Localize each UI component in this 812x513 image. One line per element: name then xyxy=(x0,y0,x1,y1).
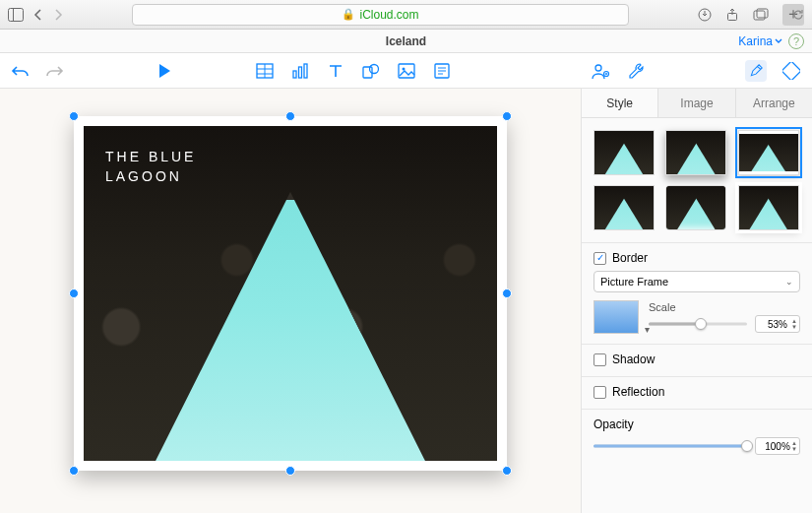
svg-rect-5 xyxy=(757,9,768,18)
style-preset[interactable] xyxy=(593,130,655,175)
border-section: Border Picture Frame ⌄ Scale xyxy=(582,242,812,344)
stepper-icon[interactable]: ▲▼ xyxy=(791,318,797,330)
scale-slider[interactable] xyxy=(649,317,747,331)
scale-value[interactable]: 53% ▲▼ xyxy=(755,315,800,333)
resize-handle[interactable] xyxy=(502,111,512,121)
app-toolbar xyxy=(0,53,812,89)
nav-forward-icon[interactable] xyxy=(53,9,63,21)
resize-handle[interactable] xyxy=(502,289,512,298)
reflection-checkbox[interactable] xyxy=(593,386,606,399)
browser-toolbar: 🔒 iCloud.com ＋ xyxy=(0,0,812,30)
resize-handle[interactable] xyxy=(285,111,295,121)
opacity-label: Opacity xyxy=(593,417,800,431)
url-text: iCloud.com xyxy=(359,8,418,22)
tab-image[interactable]: Image xyxy=(658,89,735,117)
resize-handle[interactable] xyxy=(69,289,79,298)
canvas[interactable]: THE BLUE LAGOON xyxy=(0,89,581,513)
text-button[interactable] xyxy=(325,60,346,82)
address-bar[interactable]: 🔒 iCloud.com xyxy=(132,4,629,26)
shadow-checkbox[interactable] xyxy=(593,353,606,366)
chevron-down-icon xyxy=(775,38,782,44)
scale-label: Scale xyxy=(649,301,800,313)
style-preset[interactable] xyxy=(738,130,799,175)
main-area: THE BLUE LAGOON Style Image Arrange xyxy=(0,89,812,513)
animate-button[interactable] xyxy=(781,60,802,82)
svg-rect-23 xyxy=(782,62,800,80)
svg-rect-11 xyxy=(299,67,302,78)
svg-rect-0 xyxy=(9,8,24,21)
tools-button[interactable] xyxy=(625,60,647,82)
stepper-icon[interactable]: ▲▼ xyxy=(791,440,797,452)
media-button[interactable] xyxy=(396,60,417,82)
frame-swatch[interactable] xyxy=(593,300,639,334)
undo-button[interactable] xyxy=(10,60,31,82)
border-type-select[interactable]: Picture Frame ⌄ xyxy=(593,271,800,292)
app-title-bar: Iceland Karina ? xyxy=(0,30,812,53)
image-caption: THE BLUE LAGOON xyxy=(105,148,196,186)
shape-button[interactable] xyxy=(360,60,382,82)
tab-style[interactable]: Style xyxy=(582,89,658,117)
tab-arrange[interactable]: Arrange xyxy=(736,89,812,117)
reflection-label: Reflection xyxy=(612,385,664,399)
style-preset[interactable] xyxy=(665,130,726,175)
reload-icon[interactable] xyxy=(792,9,804,21)
inspector-tabs: Style Image Arrange xyxy=(582,89,812,118)
svg-point-21 xyxy=(595,65,601,71)
nav-back-icon[interactable] xyxy=(33,9,43,21)
chart-button[interactable] xyxy=(289,60,311,82)
svg-rect-10 xyxy=(293,71,296,78)
shadow-label: Shadow xyxy=(612,353,655,366)
style-presets xyxy=(582,118,812,242)
svg-rect-15 xyxy=(399,64,414,78)
play-button[interactable] xyxy=(154,60,175,82)
svg-point-14 xyxy=(370,64,379,73)
svg-point-16 xyxy=(403,67,406,70)
format-button[interactable] xyxy=(745,60,767,82)
resize-handle[interactable] xyxy=(69,466,79,476)
sidebar-toggle-icon[interactable] xyxy=(8,8,24,22)
style-preset[interactable] xyxy=(665,185,726,230)
svg-rect-12 xyxy=(304,64,307,78)
svg-rect-4 xyxy=(754,11,765,20)
border-checkbox[interactable] xyxy=(593,252,606,265)
user-name: Karina xyxy=(738,34,773,48)
style-preset[interactable] xyxy=(738,185,799,230)
tabs-icon[interactable] xyxy=(753,8,769,22)
collaborate-button[interactable] xyxy=(590,60,611,82)
opacity-section: Opacity 100% ▲▼ xyxy=(582,409,812,465)
resize-handle[interactable] xyxy=(502,466,512,476)
resize-handle[interactable] xyxy=(285,466,295,476)
downloads-icon[interactable] xyxy=(698,8,712,22)
help-button[interactable]: ? xyxy=(788,33,804,49)
document-title: Iceland xyxy=(386,34,426,48)
style-preset[interactable] xyxy=(593,185,655,230)
chevron-down-icon: ⌄ xyxy=(785,277,793,287)
opacity-value[interactable]: 100% ▲▼ xyxy=(755,437,800,455)
reflection-section: Reflection xyxy=(582,376,812,409)
lock-icon: 🔒 xyxy=(342,8,355,21)
border-type-value: Picture Frame xyxy=(600,276,668,288)
shadow-section: Shadow xyxy=(582,344,812,376)
user-menu[interactable]: Karina xyxy=(738,34,782,48)
selected-image[interactable]: THE BLUE LAGOON xyxy=(74,116,507,471)
format-inspector: Style Image Arrange Border Picture Frame… xyxy=(581,89,812,513)
table-button[interactable] xyxy=(254,60,276,82)
redo-button[interactable] xyxy=(43,60,65,82)
opacity-slider[interactable] xyxy=(593,439,747,453)
resize-handle[interactable] xyxy=(69,111,79,121)
border-label: Border xyxy=(612,251,648,265)
comment-button[interactable] xyxy=(431,60,453,82)
share-icon[interactable] xyxy=(725,8,739,22)
